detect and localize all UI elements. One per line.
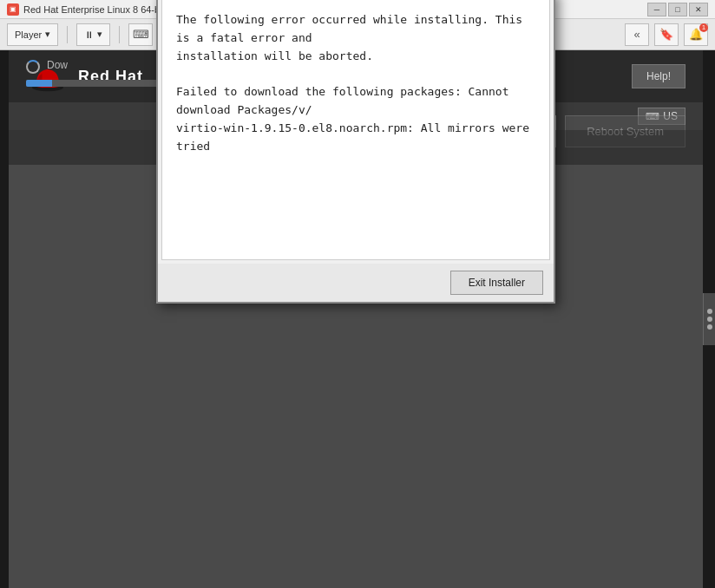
error-line4: Failed to download the following package… <box>176 83 535 120</box>
installer-ui: Red Hat INSTALLATION PROGRESS Help! RED … <box>9 50 703 588</box>
error-dialog: The following error occurred while insta… <box>156 0 555 304</box>
progress-spinner-icon <box>26 60 40 74</box>
vm-screen[interactable]: Red Hat INSTALLATION PROGRESS Help! RED … <box>9 50 703 588</box>
vm-icon: ▣ <box>7 3 19 16</box>
notification-area: 🔔 1 <box>684 23 708 46</box>
minimize-button[interactable]: ─ <box>647 3 666 16</box>
error-line5: virtio-win-1.9.15-0.el8.noarch.rpm: All … <box>176 120 535 156</box>
title-bar-controls: ─ □ ✕ <box>647 3 708 16</box>
left-panel <box>0 50 9 588</box>
error-line2: installation will be aborted. <box>176 48 535 66</box>
toolbar-right: « 🔖 🔔 1 <box>625 23 708 46</box>
error-dialog-overlay: The following error occurred while insta… <box>9 130 703 165</box>
toolbar-separator-1 <box>67 26 68 43</box>
pause-button[interactable]: ⏸ ▾ <box>76 23 110 46</box>
exit-installer-button[interactable]: Exit Installer <box>450 271 543 295</box>
notification-badge: 1 <box>699 23 708 32</box>
navigate-back-button[interactable]: « <box>625 23 649 46</box>
error-dialog-footer: Exit Installer <box>158 264 554 302</box>
panel-dot-2 <box>707 317 712 322</box>
error-line1: The following error occurred while insta… <box>176 11 535 48</box>
player-dropdown-icon: ▾ <box>45 29 50 40</box>
progress-label: Dow <box>47 59 68 71</box>
progress-bar-fill <box>26 80 52 87</box>
panel-dot-1 <box>707 309 712 314</box>
right-panel <box>703 50 715 588</box>
player-menu-button[interactable]: Player ▾ <box>7 23 58 46</box>
panel-dot-3 <box>707 324 712 330</box>
toolbar-separator-2 <box>119 26 120 43</box>
vm-area: Red Hat INSTALLATION PROGRESS Help! RED … <box>0 50 715 588</box>
close-button[interactable]: ✕ <box>689 3 708 16</box>
bookmark-button[interactable]: 🔖 <box>654 23 679 46</box>
error-line3 <box>176 65 535 83</box>
pause-icon: ⏸ <box>84 29 94 40</box>
right-panel-tab <box>703 293 715 345</box>
send-ctrlaltdel-button[interactable]: ⌨ <box>128 23 153 46</box>
arrows-left-icon: « <box>633 28 640 41</box>
maximize-button[interactable]: □ <box>668 3 687 16</box>
error-dialog-content: The following error occurred while insta… <box>161 0 550 260</box>
bookmark-icon: 🔖 <box>659 28 673 41</box>
player-label: Player <box>15 29 42 40</box>
keyboard-icon: ⌨ <box>133 28 149 41</box>
pause-dropdown-icon: ▾ <box>97 29 102 40</box>
installer-content: Dow Quit Reboot System The following err <box>9 130 703 165</box>
